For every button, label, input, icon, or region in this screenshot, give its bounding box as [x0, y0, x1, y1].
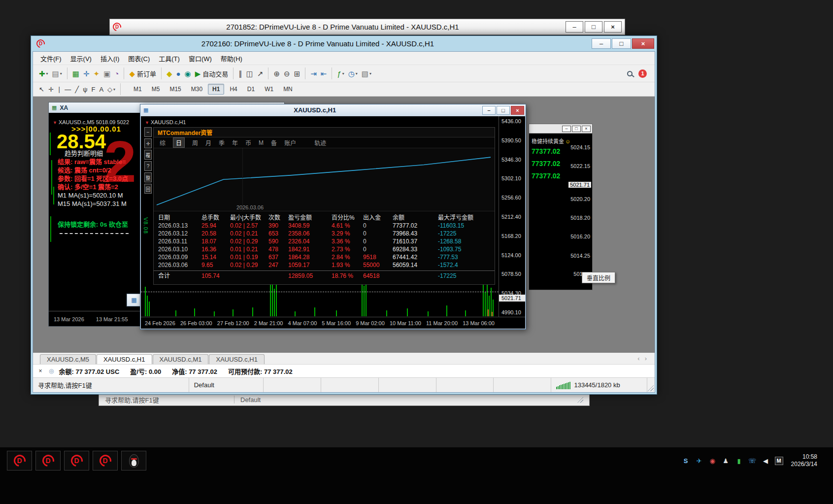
chart-window-h1-titlebar[interactable]: ▦ XAUUSD.c,H1 – □ × — [140, 104, 526, 116]
timeframe-H1[interactable]: H1 — [208, 84, 224, 95]
tab-scroll-right-icon[interactable]: › — [645, 355, 647, 362]
tray-monitor-icon[interactable]: ▮ — [735, 457, 743, 465]
cursor-button[interactable]: ↖ — [37, 83, 46, 96]
navigator-button[interactable]: ✦ — [92, 67, 101, 80]
zoom-out-button[interactable]: ⊖ — [282, 67, 292, 80]
new-order-button[interactable]: ◆新订单 — [128, 67, 158, 80]
profiles-button[interactable]: ▤▾ — [51, 67, 64, 80]
commander-tab-备[interactable]: 备 — [271, 138, 277, 147]
timeframe-W1[interactable]: W1 — [260, 84, 278, 95]
grid-button[interactable]: ⊞ — [293, 67, 302, 80]
data-window-button[interactable]: ✛ — [82, 67, 91, 80]
docked-chart-button[interactable]: ▦ — [127, 294, 141, 306]
arrows-tool-button[interactable]: ◇▾ — [106, 83, 117, 96]
zoom-in-button[interactable]: ⊕ — [272, 67, 281, 80]
chart-bars-button[interactable]: ∥ — [237, 67, 244, 80]
chart-tab[interactable]: XAUUSD.c,H1 — [209, 354, 265, 364]
indicators-button[interactable]: ƒ▾ — [335, 67, 345, 80]
text-tool-button[interactable]: A — [98, 83, 105, 96]
bg-close-button[interactable]: × — [604, 21, 622, 33]
chart-window-m1-titlebar[interactable]: – □ × — [529, 124, 592, 134]
mql5-button[interactable]: ◉ — [183, 67, 193, 80]
tab-scroll-left-icon[interactable]: ‹ — [637, 355, 639, 362]
vertical-line-button[interactable]: ∣ — [56, 83, 63, 96]
metaeditor-button[interactable]: ◆ — [165, 67, 174, 80]
community-button[interactable]: ● — [175, 67, 182, 80]
h1-restore-button[interactable]: □ — [497, 106, 510, 115]
close-button[interactable]: × — [632, 38, 654, 49]
strategy-tester-button[interactable]: ◔ — [113, 67, 120, 80]
taskbar-app-dprime-4[interactable]: D — [93, 451, 118, 470]
menu-item[interactable]: 显示(V) — [66, 52, 96, 65]
status-profile[interactable]: Default — [189, 378, 264, 392]
restore-button[interactable]: □ — [612, 38, 631, 49]
chart-tab[interactable]: XAUUSD.c,M1 — [153, 354, 209, 364]
trendline-button[interactable]: ╱ — [73, 83, 80, 96]
commander-tab-账户[interactable]: 账户 — [284, 138, 296, 147]
timeframe-M30[interactable]: M30 — [187, 84, 207, 95]
h1-minimize-button[interactable]: – — [482, 106, 496, 115]
chart-tab[interactable]: XAUUSD.c,M5 — [40, 354, 96, 364]
commander-tab-月[interactable]: 月 — [205, 138, 211, 147]
commander-tab-季[interactable]: 季 — [219, 138, 225, 147]
menu-item[interactable]: 帮助(H) — [216, 52, 247, 65]
notification-badge[interactable]: 1 — [638, 69, 647, 78]
menu-item[interactable]: 图表(C) — [124, 52, 154, 65]
resize-grip-icon[interactable] — [577, 397, 583, 403]
tray-phone-icon[interactable]: ☏ — [748, 457, 757, 465]
timeframe-D1[interactable]: D1 — [243, 84, 259, 95]
panel-side-button[interactable]: − — [144, 127, 152, 137]
timeframe-M5[interactable]: M5 — [147, 84, 165, 95]
chart-h1-canvas[interactable]: ▼XAUUSD.c,H1 −✛覆?整回 V8.08 MTCommander资管 … — [141, 116, 525, 329]
tray-ime-icon[interactable]: M — [775, 457, 783, 465]
menu-item[interactable]: 窗口(W) — [184, 52, 216, 65]
taskbar-app-qq[interactable] — [121, 451, 146, 470]
fibonacci-button[interactable]: F — [90, 83, 97, 96]
bg-maximize-button[interactable]: □ — [585, 21, 602, 33]
taskbar-app-dprime-2[interactable]: D — [35, 451, 61, 470]
chart-shift-button[interactable]: ⇤ — [319, 67, 329, 80]
panel-side-button[interactable]: 整 — [144, 172, 152, 182]
terminal-close-icon[interactable]: × — [37, 368, 44, 374]
timeframe-MN[interactable]: MN — [279, 84, 297, 95]
tray-qq-icon[interactable]: ♟ — [722, 457, 730, 465]
resize-grip-icon[interactable] — [647, 385, 654, 391]
commander-tab-周[interactable]: 周 — [192, 138, 198, 147]
commander-tab-日[interactable]: 日 — [173, 137, 185, 148]
taskbar-app-dprime-3[interactable]: D — [64, 451, 89, 470]
mtcommander-title[interactable]: MTCommander资管 — [154, 128, 495, 137]
terminal-button[interactable]: ▣ — [102, 67, 112, 80]
periods-button[interactable]: ◷▾ — [347, 67, 359, 80]
background-window-titlebar[interactable]: D 2701852: DPrimeVU-Live 8 - D Prime Van… — [109, 19, 625, 35]
templates-button[interactable]: ▧▾ — [360, 67, 373, 80]
commander-tab-综[interactable]: 综 — [160, 138, 166, 147]
m1-minimize-button[interactable]: – — [562, 126, 571, 132]
menu-item[interactable]: 工具(T) — [154, 52, 184, 65]
time-axis[interactable]: 13 Mar 202613 Mar 21:5513 — [54, 316, 146, 322]
price-scale[interactable]: 5436.005390.505346.305302.105256.605212.… — [499, 116, 525, 317]
timeframe-H4[interactable]: H4 — [225, 84, 241, 95]
taskbar-app-dprime-1[interactable]: D — [7, 451, 32, 470]
main-titlebar[interactable]: D 2702160: DPrimeVU-Live 8 - D Prime Van… — [33, 36, 655, 51]
chart-candles-button[interactable]: ◫ — [245, 67, 255, 80]
commander-tab-币[interactable]: 币 — [245, 138, 251, 147]
andrews-pitchfork-button[interactable]: ψ — [81, 83, 89, 96]
autotrading-button[interactable]: ▶自动交易 — [194, 67, 230, 80]
panel-side-button[interactable]: ? — [144, 161, 152, 171]
panel-side-button[interactable]: 覆 — [144, 150, 152, 160]
search-icon[interactable] — [627, 71, 633, 76]
m1-maximize-button[interactable]: □ — [572, 126, 581, 132]
chart-tab[interactable]: XAUUSD.c,H1 — [97, 354, 152, 364]
menu-item[interactable]: 文件(F) — [36, 52, 66, 65]
panel-side-button[interactable]: ✛ — [144, 138, 152, 148]
bg-minimize-button[interactable]: – — [566, 21, 583, 33]
tray-volume-icon[interactable]: ◀ — [762, 457, 770, 465]
commander-tab-年[interactable]: 年 — [232, 138, 238, 147]
timeframe-M15[interactable]: M15 — [165, 84, 185, 95]
market-watch-button[interactable]: ▦ — [71, 67, 81, 80]
crosshair-button[interactable]: ✛ — [47, 83, 55, 96]
menu-item[interactable]: 插入(I) — [96, 52, 124, 65]
commander-tab-轨迹[interactable]: 轨迹 — [314, 138, 326, 147]
h1-close-button[interactable]: × — [511, 106, 524, 115]
m1-close-button[interactable]: × — [582, 126, 591, 132]
